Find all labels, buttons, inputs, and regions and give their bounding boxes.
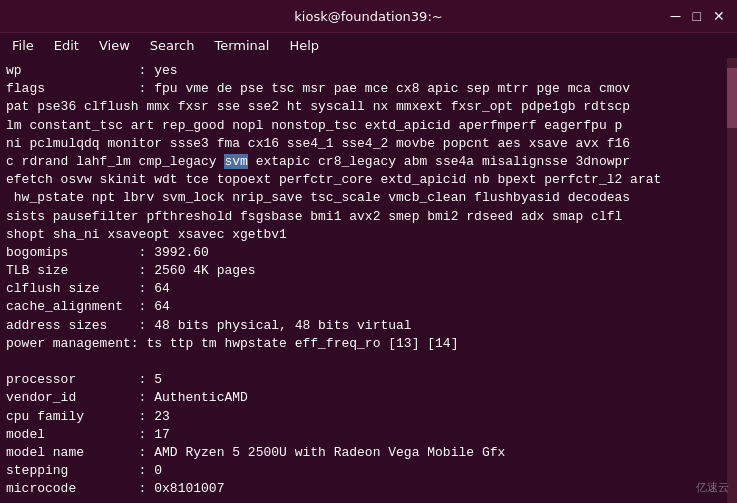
menu-terminal[interactable]: Terminal	[206, 36, 277, 55]
maximize-button[interactable]: □	[691, 9, 703, 23]
window-controls: ─ □ ✕	[669, 9, 727, 23]
menu-bar: File Edit View Search Terminal Help	[0, 32, 737, 58]
menu-file[interactable]: File	[4, 36, 42, 55]
terminal-window: kiosk@foundation39:~ ─ □ ✕ File Edit Vie…	[0, 0, 737, 503]
title-bar: kiosk@foundation39:~ ─ □ ✕	[0, 0, 737, 32]
menu-view[interactable]: View	[91, 36, 138, 55]
scrollbar[interactable]	[727, 58, 737, 503]
terminal-line-1: extapic cr8_legacy abm sse4a misalignsse…	[6, 154, 661, 496]
menu-help[interactable]: Help	[281, 36, 327, 55]
terminal-highlight: svm	[224, 154, 247, 169]
terminal-output: wp : yes flags : fpu vme de pse tsc msr …	[0, 58, 737, 503]
menu-search[interactable]: Search	[142, 36, 203, 55]
scrollbar-thumb[interactable]	[727, 68, 737, 128]
window-title: kiosk@foundation39:~	[294, 9, 442, 24]
minimize-button[interactable]: ─	[669, 9, 683, 23]
menu-edit[interactable]: Edit	[46, 36, 87, 55]
watermark: 亿速云	[696, 480, 729, 495]
close-button[interactable]: ✕	[711, 9, 727, 23]
